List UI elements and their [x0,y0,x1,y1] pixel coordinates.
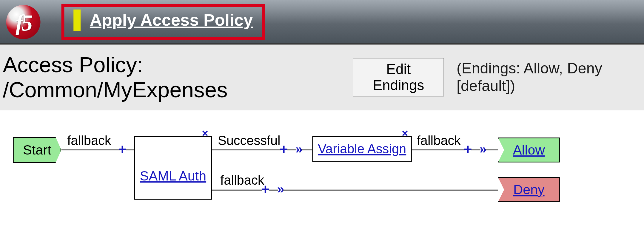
edge-label-var-fallback: fallback [417,133,461,148]
saml-auth-link[interactable]: SAML Auth [140,168,206,184]
edge-line [486,149,498,150]
edge-line [212,149,281,150]
page-title: Access Policy: /Common/MyExpenses [3,52,337,102]
edge-line [269,190,278,191]
variable-assign-node[interactable]: Variable Assign [312,136,412,162]
f5-logo: f5 [6,5,41,39]
edge-line [212,190,262,191]
edge-line [283,190,498,191]
edge-line [126,149,134,150]
edge-line [61,149,120,150]
edge-label-saml-fallback: fallback [220,173,264,188]
delete-node-icon[interactable]: × [402,127,408,140]
add-node-plus-icon[interactable]: + [118,141,127,158]
header-bar: f5 Apply Access Policy [0,0,644,45]
add-node-plus-icon[interactable]: + [464,141,472,158]
edge-line [412,149,465,150]
edit-endings-button[interactable]: Edit Endings [353,58,444,96]
arrow-icon: » [480,142,482,156]
allow-ending-link[interactable]: Allow [513,142,545,158]
add-node-plus-icon[interactable]: + [261,181,269,198]
variable-assign-link[interactable]: Variable Assign [318,142,406,157]
delete-node-icon[interactable]: × [202,127,208,140]
arrow-icon: » [295,142,298,156]
edge-label-start-fallback: fallback [67,133,111,148]
allow-ending-node[interactable]: Allow [498,138,560,163]
arrow-icon: » [277,182,280,197]
highlight-bar-icon [73,9,81,31]
f5-logo-text: f5 [16,10,31,36]
edge-line [471,149,480,150]
edge-label-saml-successful: Successful [218,133,281,148]
policy-flow-canvas: Start fallback + SAML Auth × Successful … [0,110,644,247]
deny-ending-node[interactable]: Deny [498,177,560,202]
title-bar: Access Policy: /Common/MyExpenses Edit E… [0,45,644,110]
apply-access-policy-highlight: Apply Access Policy [61,4,265,40]
add-node-plus-icon[interactable]: + [280,141,288,158]
deny-ending-link[interactable]: Deny [513,182,545,197]
endings-info-text: (Endings: Allow, Deny [default]) [457,60,644,95]
saml-auth-node[interactable]: SAML Auth [134,136,212,200]
apply-access-policy-link[interactable]: Apply Access Policy [90,11,253,30]
start-node-label: Start [23,142,51,158]
edge-line [287,149,296,150]
edge-line [301,149,312,150]
start-node[interactable]: Start [13,137,61,163]
